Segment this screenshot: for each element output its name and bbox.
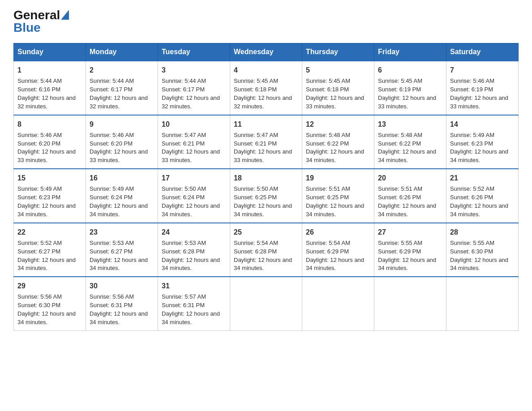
day-info: Sunrise: 5:45 AMSunset: 6:19 PMDaylight:…	[378, 77, 436, 110]
day-info: Sunrise: 5:49 AMSunset: 6:23 PMDaylight:…	[450, 132, 508, 164]
calendar-cell: 21Sunrise: 5:52 AMSunset: 6:26 PMDayligh…	[446, 169, 519, 223]
day-number: 7	[450, 65, 515, 75]
calendar-cell	[302, 277, 374, 330]
logo: General Blue	[13, 9, 69, 34]
day-info: Sunrise: 5:49 AMSunset: 6:23 PMDaylight:…	[17, 185, 76, 218]
day-number: 21	[450, 173, 515, 183]
day-info: Sunrise: 5:46 AMSunset: 6:20 PMDaylight:…	[90, 132, 148, 164]
calendar-cell: 26Sunrise: 5:54 AMSunset: 6:29 PMDayligh…	[302, 223, 374, 277]
day-number: 25	[234, 227, 298, 237]
day-number: 10	[162, 119, 226, 129]
day-info: Sunrise: 5:55 AMSunset: 6:30 PMDaylight:…	[450, 240, 508, 272]
logo-blue-text: Blue	[13, 21, 41, 34]
calendar-week-row: 22Sunrise: 5:52 AMSunset: 6:27 PMDayligh…	[14, 223, 519, 277]
calendar-cell: 5Sunrise: 5:45 AMSunset: 6:18 PMDaylight…	[302, 61, 374, 115]
svg-marker-0	[61, 10, 69, 20]
calendar-cell	[374, 277, 446, 330]
day-number: 12	[306, 119, 370, 129]
day-number: 22	[17, 227, 82, 237]
calendar-cell: 2Sunrise: 5:44 AMSunset: 6:17 PMDaylight…	[86, 61, 158, 115]
day-info: Sunrise: 5:46 AMSunset: 6:20 PMDaylight:…	[17, 132, 76, 164]
day-number: 1	[17, 65, 82, 75]
calendar-cell: 28Sunrise: 5:55 AMSunset: 6:30 PMDayligh…	[446, 223, 519, 277]
page-header: General Blue	[13, 9, 519, 34]
column-header-tuesday: Tuesday	[158, 43, 230, 61]
day-info: Sunrise: 5:49 AMSunset: 6:24 PMDaylight:…	[90, 185, 148, 218]
calendar-cell: 27Sunrise: 5:55 AMSunset: 6:29 PMDayligh…	[374, 223, 446, 277]
calendar-cell: 12Sunrise: 5:48 AMSunset: 6:22 PMDayligh…	[302, 115, 374, 169]
day-info: Sunrise: 5:44 AMSunset: 6:17 PMDaylight:…	[162, 77, 220, 110]
day-info: Sunrise: 5:52 AMSunset: 6:27 PMDaylight:…	[17, 240, 76, 272]
day-number: 14	[450, 119, 515, 129]
calendar-cell: 8Sunrise: 5:46 AMSunset: 6:20 PMDaylight…	[14, 115, 86, 169]
calendar-week-row: 15Sunrise: 5:49 AMSunset: 6:23 PMDayligh…	[14, 169, 519, 223]
day-number: 18	[234, 173, 298, 183]
day-number: 29	[17, 281, 82, 291]
calendar-cell: 4Sunrise: 5:45 AMSunset: 6:18 PMDaylight…	[230, 61, 302, 115]
day-info: Sunrise: 5:54 AMSunset: 6:29 PMDaylight:…	[306, 240, 364, 272]
day-number: 28	[450, 227, 515, 237]
day-number: 19	[306, 173, 370, 183]
day-info: Sunrise: 5:50 AMSunset: 6:25 PMDaylight:…	[234, 185, 292, 218]
calendar-cell: 23Sunrise: 5:53 AMSunset: 6:27 PMDayligh…	[86, 223, 158, 277]
day-info: Sunrise: 5:45 AMSunset: 6:18 PMDaylight:…	[234, 77, 292, 110]
calendar-cell: 7Sunrise: 5:46 AMSunset: 6:19 PMDaylight…	[446, 61, 519, 115]
day-number: 24	[162, 227, 226, 237]
day-info: Sunrise: 5:54 AMSunset: 6:28 PMDaylight:…	[234, 240, 292, 272]
column-header-sunday: Sunday	[14, 43, 86, 61]
day-info: Sunrise: 5:44 AMSunset: 6:17 PMDaylight:…	[90, 77, 148, 110]
day-number: 13	[378, 119, 442, 129]
calendar-cell: 20Sunrise: 5:51 AMSunset: 6:26 PMDayligh…	[374, 169, 446, 223]
column-header-thursday: Thursday	[302, 43, 374, 61]
calendar-cell: 24Sunrise: 5:53 AMSunset: 6:28 PMDayligh…	[158, 223, 230, 277]
day-info: Sunrise: 5:53 AMSunset: 6:27 PMDaylight:…	[90, 240, 148, 272]
calendar-week-row: 29Sunrise: 5:56 AMSunset: 6:30 PMDayligh…	[14, 277, 519, 330]
calendar-cell: 19Sunrise: 5:51 AMSunset: 6:25 PMDayligh…	[302, 169, 374, 223]
calendar-cell: 15Sunrise: 5:49 AMSunset: 6:23 PMDayligh…	[14, 169, 86, 223]
calendar-cell	[230, 277, 302, 330]
day-info: Sunrise: 5:56 AMSunset: 6:30 PMDaylight:…	[17, 293, 76, 325]
day-number: 11	[234, 119, 298, 129]
day-number: 30	[90, 281, 154, 291]
day-number: 4	[234, 65, 298, 75]
day-number: 27	[378, 227, 442, 237]
column-header-saturday: Saturday	[446, 43, 519, 61]
calendar-cell: 25Sunrise: 5:54 AMSunset: 6:28 PMDayligh…	[230, 223, 302, 277]
day-info: Sunrise: 5:50 AMSunset: 6:24 PMDaylight:…	[162, 185, 220, 218]
calendar-cell: 1Sunrise: 5:44 AMSunset: 6:16 PMDaylight…	[14, 61, 86, 115]
day-number: 6	[378, 65, 442, 75]
calendar-cell: 3Sunrise: 5:44 AMSunset: 6:17 PMDaylight…	[158, 61, 230, 115]
calendar-cell: 10Sunrise: 5:47 AMSunset: 6:21 PMDayligh…	[158, 115, 230, 169]
day-info: Sunrise: 5:52 AMSunset: 6:26 PMDaylight:…	[450, 185, 508, 218]
day-number: 26	[306, 227, 370, 237]
day-number: 2	[90, 65, 154, 75]
calendar-cell: 16Sunrise: 5:49 AMSunset: 6:24 PMDayligh…	[86, 169, 158, 223]
day-info: Sunrise: 5:47 AMSunset: 6:21 PMDaylight:…	[162, 132, 220, 164]
day-info: Sunrise: 5:55 AMSunset: 6:29 PMDaylight:…	[378, 240, 436, 272]
calendar-cell: 9Sunrise: 5:46 AMSunset: 6:20 PMDaylight…	[86, 115, 158, 169]
calendar-cell: 22Sunrise: 5:52 AMSunset: 6:27 PMDayligh…	[14, 223, 86, 277]
day-number: 17	[162, 173, 226, 183]
logo-general-text: General	[13, 9, 60, 21]
day-number: 8	[17, 119, 82, 129]
calendar-cell: 11Sunrise: 5:47 AMSunset: 6:21 PMDayligh…	[230, 115, 302, 169]
day-number: 3	[162, 65, 226, 75]
day-info: Sunrise: 5:48 AMSunset: 6:22 PMDaylight:…	[306, 132, 364, 164]
day-number: 5	[306, 65, 370, 75]
column-header-friday: Friday	[374, 43, 446, 61]
logo-triangle-icon	[61, 10, 69, 20]
calendar-week-row: 8Sunrise: 5:46 AMSunset: 6:20 PMDaylight…	[14, 115, 519, 169]
day-info: Sunrise: 5:44 AMSunset: 6:16 PMDaylight:…	[17, 77, 76, 110]
day-info: Sunrise: 5:56 AMSunset: 6:31 PMDaylight:…	[90, 293, 148, 325]
day-info: Sunrise: 5:51 AMSunset: 6:26 PMDaylight:…	[378, 185, 436, 218]
calendar-week-row: 1Sunrise: 5:44 AMSunset: 6:16 PMDaylight…	[14, 61, 519, 115]
day-info: Sunrise: 5:57 AMSunset: 6:31 PMDaylight:…	[162, 293, 220, 325]
day-info: Sunrise: 5:45 AMSunset: 6:18 PMDaylight:…	[306, 77, 364, 110]
calendar-cell	[446, 277, 519, 330]
day-number: 16	[90, 173, 154, 183]
day-info: Sunrise: 5:51 AMSunset: 6:25 PMDaylight:…	[306, 185, 364, 218]
calendar-cell: 6Sunrise: 5:45 AMSunset: 6:19 PMDaylight…	[374, 61, 446, 115]
day-number: 20	[378, 173, 442, 183]
calendar-cell: 18Sunrise: 5:50 AMSunset: 6:25 PMDayligh…	[230, 169, 302, 223]
calendar-cell: 14Sunrise: 5:49 AMSunset: 6:23 PMDayligh…	[446, 115, 519, 169]
